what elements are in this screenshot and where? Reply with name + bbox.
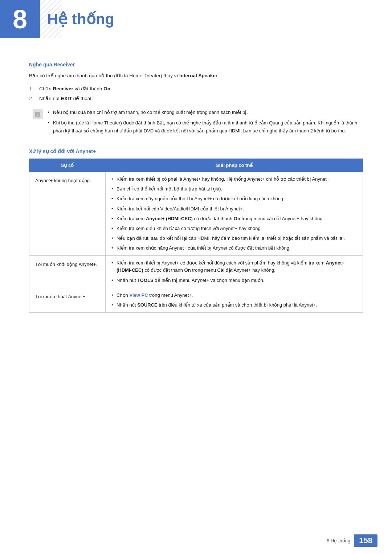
step-2: 2 Nhấn nút EXIT để thoát. xyxy=(29,95,363,103)
solution-cell-1: Kiểm tra xem thiết bị Anynet+ có được kế… xyxy=(106,256,363,288)
receiver-intro-end: . xyxy=(217,73,219,78)
note-2: Khi bộ thu (tức là Home Theater) được đặ… xyxy=(48,119,363,135)
step-1-text: Chọn Receiver và đặt thành On. xyxy=(39,85,112,93)
solution-item-0-3: Kiểm tra kết nối cáp Video/Audio/HDMI củ… xyxy=(111,205,357,213)
steps-list: 1 Chọn Receiver và đặt thành On. 2 Nhấn … xyxy=(29,85,363,103)
receiver-intro-bold: Internal Speaker xyxy=(179,73,217,78)
note-icon: i xyxy=(33,109,43,119)
solution-bullets-2: Chọn View PC trong menu Anynet+.Nhấn nút… xyxy=(111,292,357,309)
solution-bullets-0: Kiểm tra xem thiết bị có phải là Anynet+… xyxy=(111,176,357,252)
solution-item-2-0: Chọn View PC trong menu Anynet+. xyxy=(111,292,357,299)
step-2-text: Nhấn nút EXIT để thoát. xyxy=(39,95,93,103)
solution-item-0-1: Bạn chỉ có thể kết nối một bộ thu (rạp h… xyxy=(111,185,357,193)
troubleshoot-section: Xử lý sự cố đối với Anynet+ Sự cố Giải p… xyxy=(29,148,363,313)
solution-item-0-5: Kiểm tra xem điều khiển từ xa có tương t… xyxy=(111,225,357,232)
trouble-table: Sự cố Giải pháp có thể Anynet+ không hoạ… xyxy=(29,159,363,313)
receiver-intro-paragraph: Bạn có thể nghe âm thanh qua bộ thu (tức… xyxy=(29,72,363,80)
table-row: Tôi muốn khởi động Anynet+.Kiểm tra xem … xyxy=(29,256,363,288)
solution-item-2-1: Nhấn nút SOURCE trên điều khiển từ xa củ… xyxy=(111,301,357,309)
table-row: Tôi muốn thoát Anynet+.Chọn View PC tron… xyxy=(29,288,363,312)
footer-text: 8 Hệ thống xyxy=(327,538,350,543)
step-1-num: 1 xyxy=(29,85,35,93)
solution-item-0-7: Kiểm tra xem chức năng Anynet+ của thiết… xyxy=(111,245,357,252)
chapter-title: Hệ thống xyxy=(47,10,114,28)
svg-text:i: i xyxy=(37,112,38,117)
page-footer: 8 Hệ thống 158 xyxy=(327,534,377,547)
table-row: Anynet+ không hoạt động.Kiểm tra xem thi… xyxy=(29,172,363,256)
chapter-badge: 8 xyxy=(0,0,40,38)
solution-item-0-0: Kiểm tra xem thiết bị có phải là Anynet+… xyxy=(111,176,357,183)
solution-item-1-0: Kiểm tra xem thiết bị Anynet+ có được kế… xyxy=(111,259,357,274)
solution-item-1-1: Nhấn nút TOOLS để hiển thị menu Anynet+ … xyxy=(111,277,357,284)
problem-cell-0: Anynet+ không hoạt động. xyxy=(29,172,106,256)
step-2-num: 2 xyxy=(29,95,35,103)
section-receiver: Nghe qua Receiver Bạn có thể nghe âm tha… xyxy=(29,62,363,138)
solution-item-0-4: Kiểm tra xem Anynet+ (HDMI-CEC) có được … xyxy=(111,215,357,222)
solution-bullets-1: Kiểm tra xem thiết bị Anynet+ có được kế… xyxy=(111,259,357,284)
solution-item-0-6: Nếu bạn đã rút, sau đó kết nối lại cáp H… xyxy=(111,235,357,242)
chapter-number: 8 xyxy=(13,4,27,34)
problem-cell-2: Tôi muốn thoát Anynet+. xyxy=(29,288,106,312)
solution-cell-0: Kiểm tra xem thiết bị có phải là Anynet+… xyxy=(106,172,363,256)
solution-item-0-2: Kiểm tra xem dây nguồn của thiết bị Anyn… xyxy=(111,195,357,202)
step-1: 1 Chọn Receiver và đặt thành On. xyxy=(29,85,363,93)
solution-cell-2: Chọn View PC trong menu Anynet+.Nhấn nút… xyxy=(106,288,363,312)
note-box: i Nếu bộ thu của bạn chỉ hỗ trợ âm thanh… xyxy=(29,108,363,138)
footer-page-number: 158 xyxy=(354,534,377,547)
col2-header: Giải pháp có thể xyxy=(106,159,363,172)
problem-cell-1: Tôi muốn khởi động Anynet+. xyxy=(29,256,106,288)
note-bullets: Nếu bộ thu của bạn chỉ hỗ trợ âm thanh, … xyxy=(48,108,363,138)
note-1: Nếu bộ thu của bạn chỉ hỗ trợ âm thanh, … xyxy=(48,108,363,116)
receiver-intro-text: Bạn có thể nghe âm thanh qua bộ thu (tức… xyxy=(29,73,179,78)
table-header-row: Sự cố Giải pháp có thể xyxy=(29,159,363,172)
col1-header: Sự cố xyxy=(29,159,106,172)
section-receiver-title: Nghe qua Receiver xyxy=(29,62,363,67)
main-content: Nghe qua Receiver Bạn có thể nghe âm tha… xyxy=(0,15,392,342)
trouble-section-title: Xử lý sự cố đối với Anynet+ xyxy=(29,148,363,154)
